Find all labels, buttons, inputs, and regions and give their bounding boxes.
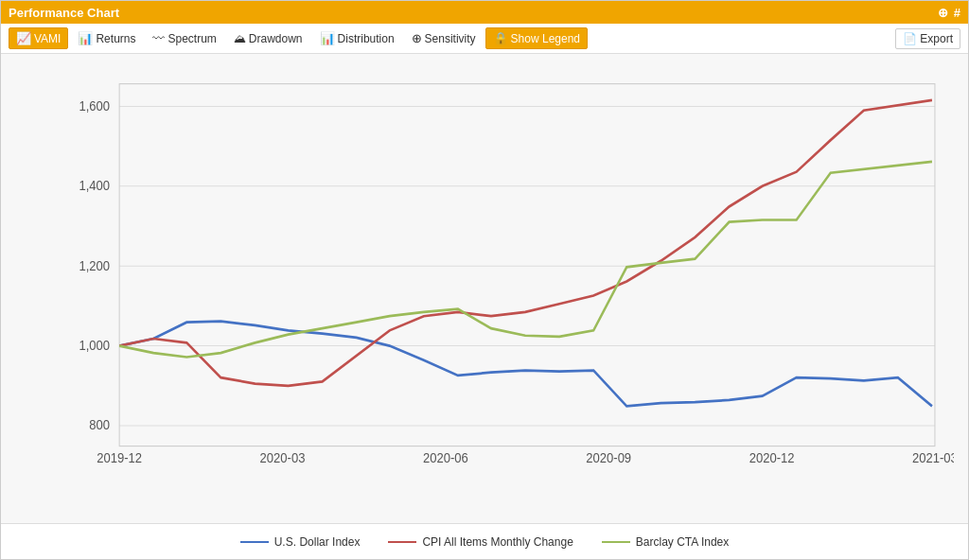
show-legend-label: Show Legend — [511, 32, 580, 45]
returns-button[interactable]: 📊 Returns — [70, 27, 143, 49]
legend-item-cpi: CPI All Items Monthly Change — [388, 535, 573, 549]
vami-label: VAMI — [34, 32, 61, 45]
toolbar-left: 📈 VAMI 📊 Returns 〰 Spectrum ⛰ Drawdown 📊 — [9, 27, 588, 49]
show-legend-icon: 🔒 — [493, 31, 508, 45]
svg-text:2020-09: 2020-09 — [586, 450, 631, 465]
window-title: Performance Chart — [9, 6, 119, 20]
cpi-line — [119, 100, 932, 386]
spectrum-label: Spectrum — [167, 32, 216, 45]
chart-svg: .grid-line { stroke: #ddd; stroke-width:… — [62, 63, 954, 514]
pin-icon[interactable]: ⊕ — [938, 6, 948, 20]
distribution-button[interactable]: 📊 Distribution — [312, 27, 402, 49]
legend-line-barclay — [602, 541, 630, 543]
legend-line-usd — [240, 541, 269, 543]
svg-text:1,600: 1,600 — [79, 98, 111, 114]
export-icon: 📄 — [903, 32, 917, 45]
svg-text:2021-03: 2021-03 — [912, 450, 954, 465]
legend-line-cpi — [388, 541, 416, 543]
svg-text:1,000: 1,000 — [79, 338, 111, 353]
svg-rect-16 — [119, 84, 935, 446]
drawdown-button[interactable]: ⛰ Drawdown — [226, 27, 310, 49]
svg-text:2019-12: 2019-12 — [97, 450, 142, 465]
legend-item-usd: U.S. Dollar Index — [240, 535, 361, 549]
svg-text:2020-12: 2020-12 — [749, 450, 795, 465]
export-label: Export — [920, 32, 953, 45]
chart-area: .grid-line { stroke: #ddd; stroke-width:… — [1, 54, 968, 523]
legend-item-barclay: Barclay CTA Index — [602, 535, 729, 549]
drawdown-icon: ⛰ — [234, 31, 246, 45]
svg-text:2020-06: 2020-06 — [423, 450, 468, 465]
toolbar: 📈 VAMI 📊 Returns 〰 Spectrum ⛰ Drawdown 📊 — [1, 24, 968, 54]
legend-label-usd: U.S. Dollar Index — [274, 535, 361, 549]
drawdown-label: Drawdown — [249, 32, 303, 45]
vami-icon: 📈 — [16, 31, 31, 45]
sensitivity-icon: ⊕ — [412, 31, 422, 45]
title-bar-controls: ⊕ # — [938, 6, 960, 20]
toolbar-right: 📄 Export — [895, 28, 960, 49]
returns-label: Returns — [96, 32, 135, 45]
barclay-cta-line — [119, 162, 932, 358]
export-button[interactable]: 📄 Export — [895, 28, 960, 49]
usd-index-line — [119, 322, 932, 407]
svg-text:1,400: 1,400 — [79, 179, 111, 194]
returns-icon: 📊 — [78, 31, 93, 45]
svg-text:2020-03: 2020-03 — [260, 450, 306, 465]
spectrum-button[interactable]: 〰 Spectrum — [145, 27, 223, 49]
legend-label-barclay: Barclay CTA Index — [636, 535, 729, 549]
distribution-icon: 📊 — [320, 31, 335, 45]
show-legend-button[interactable]: 🔒 Show Legend — [485, 27, 588, 49]
svg-text:800: 800 — [89, 418, 110, 433]
sensitivity-label: Sensitivity — [425, 32, 476, 45]
legend-area: U.S. Dollar Index CPI All Items Monthly … — [1, 523, 968, 559]
legend-label-cpi: CPI All Items Monthly Change — [422, 535, 573, 549]
title-bar: Performance Chart ⊕ # — [1, 1, 968, 24]
spectrum-icon: 〰 — [152, 31, 165, 45]
performance-chart-window: Performance Chart ⊕ # 📈 VAMI 📊 Returns 〰… — [0, 0, 969, 560]
maximize-icon[interactable]: # — [954, 6, 960, 20]
svg-text:1,200: 1,200 — [79, 258, 111, 273]
vami-button[interactable]: 📈 VAMI — [9, 27, 68, 49]
sensitivity-button[interactable]: ⊕ Sensitivity — [404, 27, 484, 49]
distribution-label: Distribution — [338, 32, 395, 45]
